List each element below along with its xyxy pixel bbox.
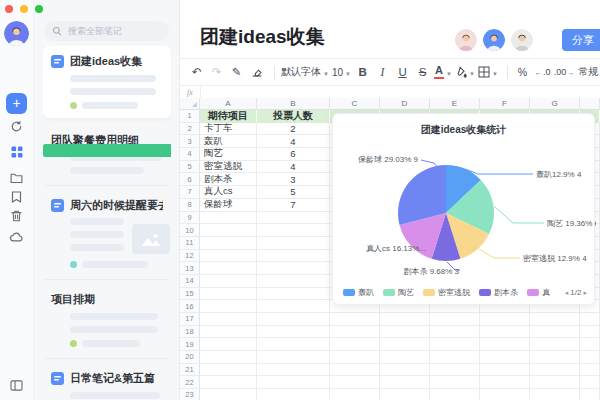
format-painter-button[interactable]: ✎	[228, 62, 245, 82]
cell-G22[interactable]	[530, 376, 580, 389]
cell-F22[interactable]	[480, 376, 530, 389]
column-header-E[interactable]: E	[430, 98, 480, 110]
cell-A7[interactable]: 真人cs	[200, 186, 257, 199]
cell-D21[interactable]	[380, 364, 430, 377]
folder-icon[interactable]	[0, 172, 33, 184]
cell-B20[interactable]	[257, 351, 330, 364]
cell-D19[interactable]	[380, 338, 430, 351]
select-all-corner[interactable]	[180, 98, 200, 110]
cell-A14[interactable]	[200, 275, 257, 288]
panel-toggle-icon[interactable]	[0, 380, 33, 391]
cell-F20[interactable]	[480, 351, 530, 364]
cell-D18[interactable]	[380, 326, 430, 339]
cell-B14[interactable]	[257, 275, 330, 288]
collaborator-avatar[interactable]	[454, 28, 478, 52]
cell-A15[interactable]	[200, 288, 257, 301]
cell-A20[interactable]	[200, 351, 257, 364]
row-header-11[interactable]: 11	[180, 237, 200, 250]
cell-B7[interactable]: 5	[257, 186, 330, 199]
search-input[interactable]	[66, 25, 161, 37]
cell-B18[interactable]	[257, 326, 330, 339]
cell-G17[interactable]	[530, 313, 580, 326]
cell-E22[interactable]	[430, 376, 480, 389]
legend-item-真[interactable]: 真	[527, 287, 550, 298]
cell-H20[interactable]	[580, 351, 600, 364]
strikethrough-button[interactable]: S	[414, 62, 431, 82]
borders-button[interactable]: ▼	[478, 62, 498, 82]
traffic-light-minimize[interactable]	[20, 5, 28, 13]
cell-A12[interactable]	[200, 250, 257, 263]
cell-G21[interactable]	[530, 364, 580, 377]
cell-A6[interactable]: 剧本杀	[200, 173, 257, 186]
cell-B15[interactable]	[257, 288, 330, 301]
cell-B3[interactable]: 4	[257, 135, 330, 148]
undo-button[interactable]: ↶	[188, 62, 205, 82]
cell-B6[interactable]: 3	[257, 173, 330, 186]
legend-next-icon[interactable]: ▸	[583, 289, 587, 297]
row-header-23[interactable]: 23	[180, 389, 200, 400]
decrease-decimal-button[interactable]: ← .0	[534, 62, 551, 82]
cell-A21[interactable]	[200, 364, 257, 377]
column-header-G[interactable]: G	[530, 98, 580, 110]
cell-B5[interactable]: 4	[257, 161, 330, 174]
legend-item-陶艺[interactable]: 陶艺	[383, 287, 414, 298]
cell-G23[interactable]	[530, 389, 580, 400]
cell-D17[interactable]	[380, 313, 430, 326]
column-header-A[interactable]: A	[200, 98, 257, 110]
italic-button[interactable]: I	[374, 62, 391, 82]
new-note-button[interactable]: +	[6, 93, 27, 114]
cell-D23[interactable]	[380, 389, 430, 400]
cell-E21[interactable]	[430, 364, 480, 377]
column-header-C[interactable]: C	[330, 98, 380, 110]
number-format-select[interactable]: 常规 ▼	[578, 62, 600, 82]
note-card[interactable]: 日常笔记&第五篇	[43, 371, 171, 400]
cell-G19[interactable]	[530, 338, 580, 351]
cell-E20[interactable]	[430, 351, 480, 364]
cell-A1[interactable]: 期待项目	[200, 110, 257, 123]
row-header-10[interactable]: 10	[180, 224, 200, 237]
cell-A4[interactable]: 陶艺	[200, 148, 257, 161]
cell-A5[interactable]: 密室逃脱	[200, 161, 257, 174]
row-header-16[interactable]: 16	[180, 300, 200, 313]
row-header-6[interactable]: 6	[180, 173, 200, 186]
row-header-7[interactable]: 7	[180, 186, 200, 199]
row-header-2[interactable]: 2	[180, 123, 200, 136]
column-header-D[interactable]: D	[380, 98, 430, 110]
row-header-12[interactable]: 12	[180, 250, 200, 263]
cell-H17[interactable]	[580, 313, 600, 326]
apps-grid-icon[interactable]	[0, 146, 33, 158]
cell-B10[interactable]	[257, 224, 330, 237]
cell-H23[interactable]	[580, 389, 600, 400]
cell-B4[interactable]: 6	[257, 148, 330, 161]
cell-D22[interactable]	[380, 376, 430, 389]
cell-C23[interactable]	[330, 389, 380, 400]
cell-F17[interactable]	[480, 313, 530, 326]
cell-A18[interactable]	[200, 326, 257, 339]
bookmark-icon[interactable]	[0, 191, 33, 203]
legend-prev-icon[interactable]: ◂	[565, 289, 569, 297]
collaborator-avatar[interactable]	[510, 28, 534, 52]
cell-D20[interactable]	[380, 351, 430, 364]
formula-input[interactable]	[201, 86, 600, 98]
cell-B23[interactable]	[257, 389, 330, 400]
cell-B17[interactable]	[257, 313, 330, 326]
row-header-9[interactable]: 9	[180, 212, 200, 225]
row-header-22[interactable]: 22	[180, 376, 200, 389]
column-header-F[interactable]: F	[480, 98, 530, 110]
row-header-14[interactable]: 14	[180, 275, 200, 288]
traffic-light-zoom[interactable]	[35, 5, 43, 13]
cell-C18[interactable]	[330, 326, 380, 339]
cell-C20[interactable]	[330, 351, 380, 364]
legend-item-轰趴[interactable]: 轰趴	[343, 287, 374, 298]
cell-B13[interactable]	[257, 262, 330, 275]
cell-B1[interactable]: 投票人数	[257, 110, 330, 123]
collaborator-avatar[interactable]	[482, 28, 506, 52]
clear-format-button[interactable]	[248, 62, 265, 82]
sync-icon[interactable]	[0, 120, 33, 133]
row-header-17[interactable]: 17	[180, 313, 200, 326]
row-header-1[interactable]: 1	[180, 110, 200, 123]
cell-G18[interactable]	[530, 326, 580, 339]
cell-A3[interactable]: 轰趴	[200, 135, 257, 148]
font-color-button[interactable]: A ▼	[434, 62, 452, 82]
cell-F23[interactable]	[480, 389, 530, 400]
